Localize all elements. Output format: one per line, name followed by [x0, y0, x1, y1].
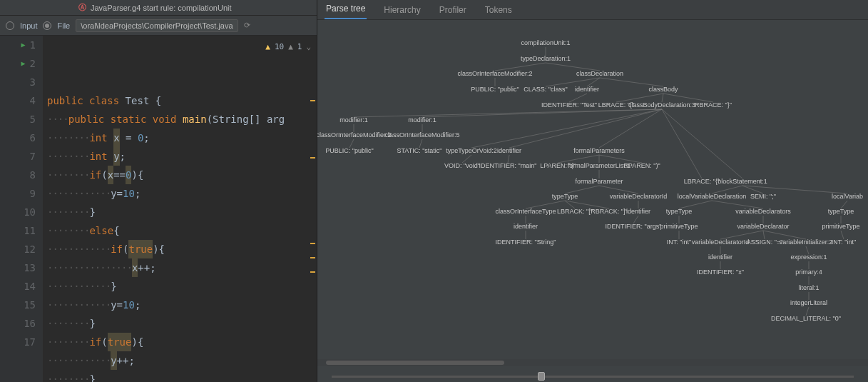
code-line[interactable]: public class Test {	[47, 91, 317, 110]
tree-node[interactable]: variableDeclarators	[735, 208, 791, 215]
tree-node[interactable]: identifier	[708, 253, 732, 261]
tree-node[interactable]: classBody	[648, 86, 678, 93]
tree-node[interactable]: expression:1	[790, 253, 827, 261]
tree-node[interactable]: classOrInterfaceModifier:2	[457, 70, 532, 77]
code-line[interactable]: ····public static void main(String[] arg	[47, 110, 317, 129]
tree-node[interactable]: localVariab	[832, 193, 863, 200]
tree-node[interactable]: modifier:1	[339, 116, 368, 124]
tree-node[interactable]: integerLiteral	[790, 299, 827, 306]
tree-node[interactable]: primitiveType	[660, 223, 698, 230]
tab-profiler[interactable]: Profiler	[438, 1, 468, 19]
tree-node[interactable]: classDeclaration	[576, 70, 623, 77]
tree-node[interactable]: typeDeclaration:1	[521, 55, 571, 62]
code-line[interactable]: ········else{	[47, 221, 317, 240]
tree-node[interactable]: PUBLIC: "public"	[471, 86, 519, 93]
code[interactable]: ▲ 10 ▲ 1 ⌄ public class Test {····public…	[43, 36, 317, 382]
tree-node[interactable]: formalParameterList:1	[568, 162, 631, 169]
tree-node[interactable]: typeType	[828, 208, 854, 215]
antlr-icon: Ⓐ	[78, 2, 86, 13]
tree-node[interactable]: identifier	[626, 208, 650, 215]
code-line[interactable]: ············y=10;	[47, 184, 317, 203]
refresh-icon[interactable]: ⟳	[244, 21, 250, 30]
warning-marker[interactable]	[310, 157, 315, 159]
inspection-widget[interactable]: ▲ 10 ▲ 1 ⌄	[265, 38, 311, 56]
run-icon[interactable]: ▶	[21, 54, 26, 73]
tree-node[interactable]: typeTypeOrVoid:2	[446, 147, 497, 154]
tree-node[interactable]: LBRACK: "["	[557, 208, 593, 215]
warning-marker[interactable]	[310, 257, 315, 258]
zoom-slider[interactable]	[317, 366, 868, 382]
run-icon[interactable]: ▶	[21, 36, 26, 54]
tree-node[interactable]: localVariableDeclaration	[678, 193, 746, 200]
tree-node[interactable]: RPAREN: ")"	[623, 162, 660, 169]
scrollbar-thumb[interactable]	[326, 361, 504, 365]
code-line[interactable]: ············y=10;	[47, 296, 317, 314]
tab-tokens[interactable]: Tokens	[484, 1, 514, 19]
tree-node[interactable]: primitiveType	[822, 223, 859, 230]
file-path[interactable]: \oral\IdeaProjects\CompilerProject\Test.…	[76, 19, 238, 32]
tree-node[interactable]: CLASS: "class"	[524, 86, 567, 93]
tree-node[interactable]: IDENTIFIER: "args"	[606, 223, 662, 230]
tree-node[interactable]: identifier	[497, 147, 521, 154]
warning-marker[interactable]	[310, 271, 315, 273]
warning-marker[interactable]	[310, 100, 315, 101]
warning-marker[interactable]	[310, 243, 315, 244]
code-line[interactable]: ········if(true){	[47, 333, 317, 351]
code-line[interactable]: ········}	[47, 370, 317, 382]
tree-node[interactable]: compilationUnit:1	[521, 39, 570, 46]
tree-node[interactable]: LBRACE: "{"	[684, 178, 720, 185]
tab-parse-tree[interactable]: Parse tree	[325, 0, 367, 19]
tree-node[interactable]: formalParameter	[575, 178, 623, 185]
tab-hierarchy[interactable]: Hierarchy	[382, 1, 422, 19]
input-radio[interactable]	[6, 21, 14, 30]
tree-node[interactable]: ASSIGN: "="	[747, 238, 783, 246]
line-number: 17	[24, 333, 36, 351]
code-line[interactable]: ········}	[47, 314, 317, 333]
tree-node[interactable]: primary:4	[795, 268, 822, 276]
code-line[interactable]: ············if(true){	[47, 240, 317, 258]
code-line[interactable]: ········}	[47, 203, 317, 221]
tree-node[interactable]: variableDeclarator	[737, 223, 789, 230]
tree-node[interactable]: blockStatement:1	[718, 178, 767, 185]
tree-node[interactable]: modifier:1	[408, 116, 436, 124]
tree-node[interactable]: classOrInterfaceModifier:5	[384, 131, 459, 139]
editor-area[interactable]: ▶1▶234567891011121314151617 ▲ 10 ▲ 1 ⌄ p…	[0, 36, 317, 382]
code-line[interactable]: ············}	[47, 277, 317, 296]
zoom-thumb[interactable]	[538, 372, 545, 381]
code-line[interactable]: ········int x = 0;	[47, 129, 317, 147]
tree-node[interactable]: IDENTIFIER: "main"	[479, 162, 537, 169]
tree-node[interactable]: IDENTIFIER: "x"	[697, 268, 744, 276]
tree-node[interactable]: formalParameters	[573, 147, 625, 154]
tree-node[interactable]: identifier	[575, 86, 599, 93]
file-radio[interactable]	[43, 21, 51, 30]
tree-node[interactable]: variableDeclaratorId	[610, 193, 668, 200]
tree-node[interactable]: IDENTIFIER: "String"	[496, 238, 556, 246]
code-line[interactable]: ········int y;	[47, 147, 317, 166]
tree-node[interactable]: typeType	[666, 208, 693, 215]
tree-node[interactable]: DECIMAL_LITERAL: "0"	[771, 315, 841, 322]
tree-node[interactable]: RBRACK: "]"	[591, 208, 627, 215]
tree-node[interactable]: variableInitializer:2	[780, 238, 833, 246]
marker-rail[interactable]	[310, 36, 317, 382]
tree-node[interactable]: literal:1	[798, 284, 819, 291]
tree-node[interactable]: classOrInterfaceType	[495, 208, 556, 215]
tree-node[interactable]: typeType	[552, 193, 578, 200]
tree-node[interactable]: INT: "int"	[832, 238, 856, 246]
horizontal-scrollbar[interactable]	[317, 359, 868, 366]
tree-node[interactable]: classOrInterfaceModifier:2	[317, 131, 392, 139]
tree-node[interactable]: STATIC: "static"	[397, 147, 441, 154]
tree-node[interactable]: classBodyDeclaration:3	[628, 101, 695, 109]
tree-node[interactable]: SEMI: ";"	[750, 193, 776, 200]
tree-node[interactable]: INT: "int"	[667, 238, 691, 246]
tree-node[interactable]: VOID: "void"	[444, 162, 480, 169]
parse-tree-view[interactable]: compilationUnit:1typeDeclaration:1classO…	[317, 20, 868, 382]
tree-node[interactable]: IDENTIFIER: "Test"	[541, 101, 597, 109]
tree-node[interactable]: identifier	[514, 223, 538, 230]
code-line[interactable]: ············y++;	[47, 351, 317, 370]
tree-node[interactable]: variableDeclaratorId	[692, 238, 750, 246]
code-line[interactable]: ················x++;	[47, 258, 317, 277]
tree-node[interactable]: RBRACE: "}"	[695, 101, 732, 109]
code-line[interactable]: ········if(x==0){	[47, 166, 317, 184]
tree-node[interactable]: PUBLIC: "public"	[325, 147, 373, 154]
zoom-track	[332, 376, 854, 378]
